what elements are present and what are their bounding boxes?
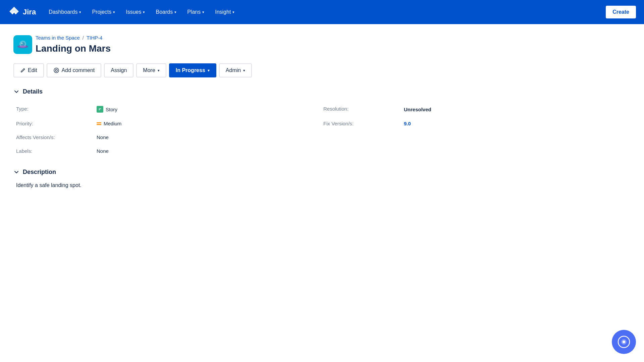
comment-icon xyxy=(53,67,59,73)
chevron-down-icon: ▾ xyxy=(79,10,81,14)
chevron-down-icon: ▾ xyxy=(174,10,176,14)
more-button[interactable]: More ▾ xyxy=(136,63,166,77)
project-link[interactable]: Teams in the Space xyxy=(36,35,80,41)
nav-item-insight[interactable]: Insight ▾ xyxy=(210,6,239,18)
page-content: Teams in the Space / TIHP-4 Landing on M… xyxy=(0,24,644,362)
help-icon xyxy=(617,335,631,349)
nav-items: Dashboards ▾ Projects ▾ Issues ▾ Boards … xyxy=(44,6,603,18)
create-button[interactable]: Create xyxy=(606,6,636,18)
chevron-down-icon: ▾ xyxy=(202,10,204,14)
svg-point-3 xyxy=(21,42,23,44)
status-button[interactable]: In Progress ▾ xyxy=(169,63,216,77)
description-section-header[interactable]: Description xyxy=(13,169,631,176)
issue-key[interactable]: TIHP-4 xyxy=(87,35,103,41)
chevron-down-icon: ▾ xyxy=(158,68,160,73)
fix-version-value[interactable]: 9.0 xyxy=(404,117,631,130)
priority-label: Priority: xyxy=(16,117,97,130)
resolution-value: Unresolved xyxy=(404,102,631,117)
svg-point-4 xyxy=(19,46,26,48)
breadcrumb-text: Teams in the Space / TIHP-4 Landing on M… xyxy=(36,35,111,54)
description-title: Description xyxy=(23,169,56,176)
resolution-label: Resolution: xyxy=(323,102,404,117)
admin-button[interactable]: Admin ▾ xyxy=(219,63,252,77)
labels-value: None xyxy=(97,144,323,158)
description-section: Description Identify a safe landing spot… xyxy=(13,169,631,188)
affects-version-label: Affects Version/s: xyxy=(16,130,97,144)
breadcrumb-links: Teams in the Space / TIHP-4 xyxy=(36,35,111,41)
chevron-down-icon: ▾ xyxy=(243,68,245,73)
chevron-down-icon: ▾ xyxy=(208,68,210,73)
details-grid: Type: Story Resolution: Unresolved Prior… xyxy=(16,102,631,158)
nav-item-plans[interactable]: Plans ▾ xyxy=(182,6,209,18)
nav-item-projects[interactable]: Projects ▾ xyxy=(87,6,120,18)
story-icon xyxy=(97,106,103,113)
svg-point-9 xyxy=(623,341,625,343)
svg-point-5 xyxy=(54,68,59,73)
chevron-down-icon xyxy=(13,89,19,95)
chevron-down-icon: ▾ xyxy=(113,10,115,14)
nav-item-boards[interactable]: Boards ▾ xyxy=(151,6,181,18)
add-comment-button[interactable]: Add comment xyxy=(47,63,102,77)
chevron-down-icon: ▾ xyxy=(143,10,145,14)
chevron-down-icon xyxy=(13,169,19,175)
breadcrumb: Teams in the Space / TIHP-4 Landing on M… xyxy=(13,35,631,54)
affects-version-value: None xyxy=(97,130,323,144)
type-value: Story xyxy=(97,102,323,117)
issue-title: Landing on Mars xyxy=(36,43,111,54)
details-section-header[interactable]: Details xyxy=(13,88,631,95)
priority-value: Medium xyxy=(97,117,323,130)
nav-item-dashboards[interactable]: Dashboards ▾ xyxy=(44,6,86,18)
assign-button[interactable]: Assign xyxy=(104,63,133,77)
type-label: Type: xyxy=(16,102,97,117)
help-button[interactable] xyxy=(612,330,636,354)
breadcrumb-separator: / xyxy=(83,35,84,41)
nav-item-issues[interactable]: Issues ▾ xyxy=(121,6,150,18)
project-icon xyxy=(13,35,32,54)
labels-label: Labels: xyxy=(16,144,97,158)
pencil-icon xyxy=(20,68,25,73)
priority-icon xyxy=(97,122,101,125)
jira-logo[interactable]: Jira xyxy=(8,6,36,18)
navbar: Jira Dashboards ▾ Projects ▾ Issues ▾ Bo… xyxy=(0,0,644,24)
svg-point-6 xyxy=(55,69,57,71)
fix-version-label: Fix Version/s: xyxy=(323,117,404,130)
chevron-down-icon: ▾ xyxy=(232,10,234,14)
edit-button[interactable]: Edit xyxy=(13,63,44,77)
details-title: Details xyxy=(23,88,43,95)
description-text: Identify a safe landing spot. xyxy=(16,182,631,188)
toolbar: Edit Add comment Assign More ▾ In Progre… xyxy=(13,63,631,77)
details-section: Details Type: Story Resolution: Unresolv… xyxy=(13,88,631,158)
